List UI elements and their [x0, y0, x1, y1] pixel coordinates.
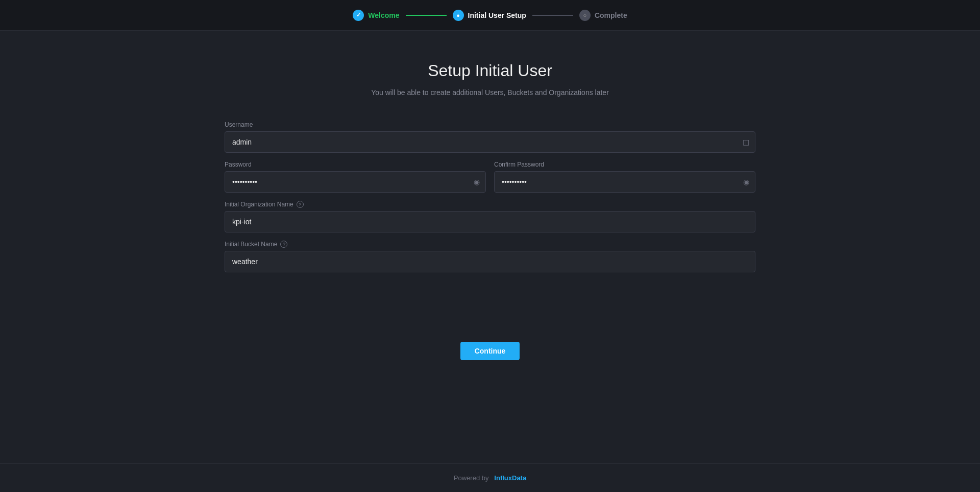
- confirm-password-input-wrapper: ◉: [494, 171, 755, 193]
- confirm-password-field-group: Confirm Password ◉: [494, 161, 755, 193]
- org-name-label: Initial Organization Name ?: [225, 201, 755, 208]
- steps-container: ✓ Welcome ● Initial User Setup ○ Complet…: [353, 10, 627, 21]
- password-visibility-icon[interactable]: ◉: [474, 178, 480, 186]
- confirm-password-label: Confirm Password: [494, 161, 755, 168]
- org-name-help-icon[interactable]: ?: [297, 201, 304, 208]
- form-container: Username ◫ Password ◉ Confirm Password ◉: [225, 121, 755, 280]
- step-welcome-circle: ✓: [353, 10, 364, 21]
- password-input-wrapper: ◉: [225, 171, 486, 193]
- step-complete-label: Complete: [595, 11, 627, 19]
- confirm-password-input[interactable]: [494, 171, 755, 193]
- bucket-name-label: Initial Bucket Name ?: [225, 241, 755, 248]
- step-initial-user-setup-label: Initial User Setup: [468, 11, 526, 19]
- step-welcome: ✓ Welcome: [353, 10, 399, 21]
- username-input[interactable]: [225, 131, 755, 153]
- step-connector-1: [406, 15, 447, 16]
- password-input[interactable]: [225, 171, 486, 193]
- bucket-name-field-group: Initial Bucket Name ?: [225, 241, 755, 272]
- step-initial-user-setup: ● Initial User Setup: [453, 10, 526, 21]
- step-initial-user-setup-circle: ●: [453, 10, 464, 21]
- username-label: Username: [225, 121, 755, 128]
- continue-button[interactable]: Continue: [460, 342, 520, 360]
- step-connector-2: [532, 15, 573, 16]
- step-welcome-label: Welcome: [368, 11, 399, 19]
- username-input-wrapper: ◫: [225, 131, 755, 153]
- page-subtitle: You will be able to create additional Us…: [371, 88, 609, 97]
- footer-powered-by-text: Powered by: [454, 474, 489, 482]
- footer-brand: InfluxData: [494, 474, 526, 482]
- username-field-group: Username ◫: [225, 121, 755, 153]
- top-nav: ✓ Welcome ● Initial User Setup ○ Complet…: [0, 0, 980, 31]
- org-name-input[interactable]: [225, 211, 755, 232]
- bucket-name-input-wrapper: [225, 251, 755, 272]
- bucket-name-help-icon[interactable]: ?: [280, 241, 287, 248]
- confirm-password-visibility-icon[interactable]: ◉: [743, 178, 749, 186]
- footer: Powered by InfluxData: [0, 463, 980, 492]
- main-content: Setup Initial User You will be able to c…: [0, 31, 980, 463]
- bucket-name-input[interactable]: [225, 251, 755, 272]
- password-row: Password ◉ Confirm Password ◉: [225, 161, 755, 193]
- username-icon: ◫: [743, 138, 749, 146]
- step-complete-circle: ○: [579, 10, 591, 21]
- step-complete: ○ Complete: [579, 10, 627, 21]
- org-name-input-wrapper: [225, 211, 755, 232]
- password-label: Password: [225, 161, 486, 168]
- password-field-group: Password ◉: [225, 161, 486, 193]
- button-container: Continue: [460, 342, 520, 360]
- page-title: Setup Initial User: [428, 61, 552, 80]
- org-name-field-group: Initial Organization Name ?: [225, 201, 755, 232]
